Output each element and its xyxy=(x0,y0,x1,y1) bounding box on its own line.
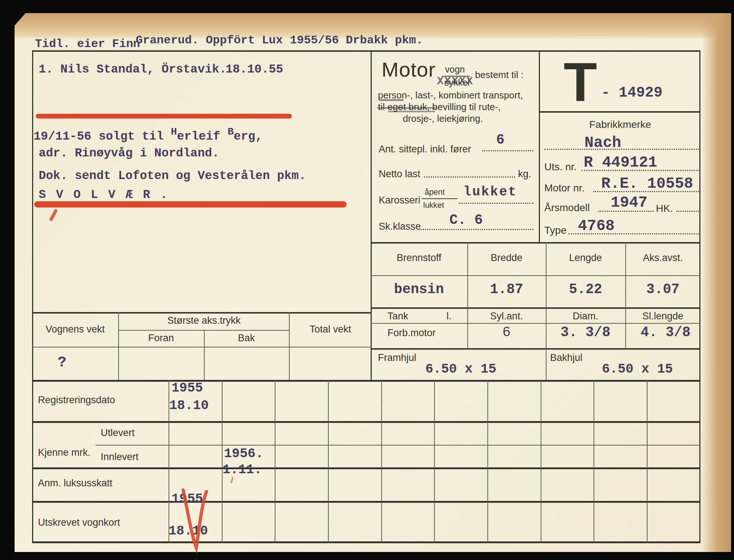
spec-row2-underline xyxy=(371,348,700,350)
motornr-label: Motor nr. xyxy=(544,182,584,194)
right-tan-scan-band xyxy=(702,13,731,552)
sold-initial-h: H xyxy=(171,126,177,137)
spec-header-tank-unit: l. xyxy=(447,311,452,322)
karosseri-dotted-line xyxy=(459,203,533,204)
border-bottom xyxy=(32,541,700,543)
typed-header-note: Granerud. Oppfört Lux 1955/56 Drbakk pkm… xyxy=(136,34,423,47)
border-plate-box-left xyxy=(539,50,540,243)
purpose-line-3: drosje-, leiekjøring. xyxy=(403,113,483,124)
scanned-registration-card-page: Tidl. eier Finn Granerud. Oppfört Lux 19… xyxy=(0,0,734,560)
typed-arsmodell-value: 1947 xyxy=(611,194,648,211)
sold-prefix: 19/11-56 solgt til xyxy=(34,130,171,143)
spec-header-tank: Tank xyxy=(387,311,408,322)
typed-regdato-year: 1955 xyxy=(171,381,203,396)
arsmodell-dotted-line-a xyxy=(598,211,654,212)
bottom-col-line-3 xyxy=(275,380,275,543)
motor-vogn-option: vogn xyxy=(445,64,465,75)
spec-header-diam: Diam. xyxy=(546,311,625,322)
sold-name-1: erleif xyxy=(177,130,228,143)
typed-type-value: 4768 xyxy=(578,217,615,235)
spec-header-bredde: Bredde xyxy=(467,252,546,264)
karosseri-label: Karosseri xyxy=(379,195,420,206)
bottom-row2-border xyxy=(32,467,700,469)
netto-unit: kg. xyxy=(518,168,531,180)
weight-span-label: Største aks.trykk xyxy=(118,315,290,326)
registreringsdato-label: Registreringsdato xyxy=(38,394,115,406)
karosseri-fraction-line xyxy=(422,198,457,199)
arsmodell-label: Årsmodell xyxy=(544,202,590,214)
typed-strike-til-eget-bruk xyxy=(377,107,436,109)
typed-mark-under-person xyxy=(379,99,403,101)
bottom-col-line-6 xyxy=(434,380,435,543)
typed-bakhjul-value: 6.50 x 15 xyxy=(602,362,673,377)
bottom-row1-border xyxy=(32,421,700,423)
kjenne-mrk-label: Kjenne mrk. xyxy=(38,447,90,458)
spec-header-brennstoff: Brennstoff xyxy=(371,252,467,264)
plate-box-bottom-border xyxy=(539,111,700,113)
typed-sold-address: adr. Rinøyvåg i Nordland. xyxy=(39,147,219,160)
typed-underline-eget xyxy=(388,111,435,112)
red-underline-2 xyxy=(34,201,347,207)
skklasse-dotted-line xyxy=(418,229,533,230)
typed-seats-value: 6 xyxy=(496,132,505,148)
weight-bak-label: Bak xyxy=(204,332,289,344)
typed-strikeout-sykkel: XXXXX xyxy=(437,75,474,88)
sold-name-2: erg, xyxy=(234,130,263,143)
weight-foran-label: Foran xyxy=(118,332,204,344)
spec-header-aksavst: Aks.avst. xyxy=(625,252,700,264)
spec-header-sllengde: Sl.lengde xyxy=(625,311,700,322)
sold-initial-b: B xyxy=(228,126,234,137)
framhjul-label: Framhjul xyxy=(378,352,416,363)
typed-regdato-day: 18.10 xyxy=(169,398,209,413)
bottom-col-line-4 xyxy=(328,380,329,543)
motor-bestemt-label: bestemt til : xyxy=(475,69,524,81)
typed-utsnr-value: R 449121 xyxy=(584,154,657,171)
typed-owner-entry: 1. Nils Standal, Örstavik. xyxy=(39,63,227,76)
typed-innlevert-year: 1956. xyxy=(224,446,263,461)
innlevert-label: Innlevert xyxy=(101,451,139,463)
karosseri-closed-option: lukket xyxy=(423,201,444,210)
typed-diam-value: 3. 3/8 xyxy=(546,324,625,340)
weight-span-underline xyxy=(118,330,290,331)
bottom-table-top-border xyxy=(32,380,700,382)
spec-header1-underline xyxy=(371,275,700,276)
weight-header-underline xyxy=(32,347,372,347)
spec-header-sylant: Syl.ant. xyxy=(467,311,546,322)
arsmodell-dotted-line-b xyxy=(676,211,699,212)
typed-header-prev-owner: Tidl. eier Finn xyxy=(35,37,140,51)
spec-header-lengde: Lengde xyxy=(546,252,625,264)
bottom-col-line-8 xyxy=(541,380,541,543)
kjenne-divider-line xyxy=(96,445,700,446)
typed-owner-entry-date: 18.10.55 xyxy=(225,63,283,76)
typed-motornr-value: R.E. 10558 xyxy=(601,175,693,192)
spec-row1-underline xyxy=(371,307,700,309)
typed-bredde-value: 1.87 xyxy=(467,281,546,297)
typed-lengde-value: 5.22 xyxy=(546,281,625,297)
typed-framhjul-value: 6.50 x 15 xyxy=(425,362,496,377)
bottom-col-line-5 xyxy=(381,380,382,543)
skklasse-label: Sk.klasse xyxy=(379,221,421,232)
corner-cut xyxy=(15,13,26,26)
bottom-col-line-2 xyxy=(222,380,223,543)
typed-sylant-value: 6 xyxy=(467,324,546,340)
motornr-dotted-line xyxy=(593,191,699,192)
seats-dotted-line xyxy=(482,150,533,151)
utskrevet-vognkort-label: Utskrevet vognkort xyxy=(38,517,120,528)
fabrikkmerke-label: Fabrikkmerke xyxy=(542,119,699,131)
typed-innlevert-day: 1.11. xyxy=(223,462,262,477)
typed-plate-number: - 14929 xyxy=(601,85,662,101)
weight-col1-label: Vognens vekt xyxy=(32,324,118,335)
karosseri-open-option: åpent xyxy=(425,187,445,197)
spec-header2-underline xyxy=(371,323,700,324)
red-underline-1 xyxy=(36,114,292,118)
netto-dotted-line xyxy=(424,176,515,178)
bottom-row3-border xyxy=(32,501,700,503)
typed-aksavst-value: 3.07 xyxy=(625,281,700,297)
border-top xyxy=(32,50,700,52)
typed-sold-line: 19/11-56 solgt til Herleif Berg, xyxy=(34,130,263,143)
utlevert-label: Utlevert xyxy=(101,427,135,439)
bakhjul-label: Bakhjul xyxy=(550,352,583,363)
hk-label: HK. xyxy=(656,203,673,214)
typed-sllengde-value: 4. 3/8 xyxy=(641,324,691,340)
fabrikkmerke-dotted-line xyxy=(544,149,699,150)
